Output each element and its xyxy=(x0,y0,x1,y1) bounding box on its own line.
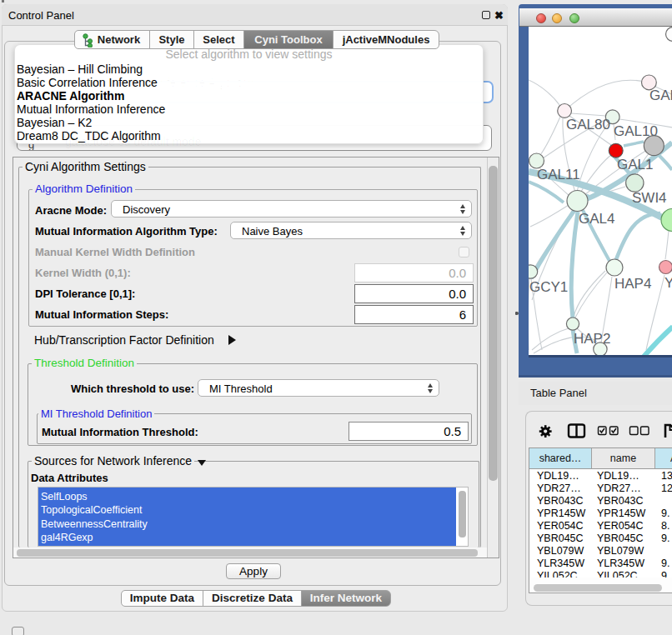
svg-text:SWI4: SWI4 xyxy=(632,190,667,206)
svg-text:HAP4: HAP4 xyxy=(614,276,651,292)
svg-text:GCY1: GCY1 xyxy=(529,279,568,295)
svg-text:HAP2: HAP2 xyxy=(574,331,610,347)
svg-text:GAL1: GAL1 xyxy=(617,157,653,172)
svg-text:GAL4: GAL4 xyxy=(579,211,614,227)
svg-text:GAL10: GAL10 xyxy=(614,123,658,139)
svg-text:GAL80: GAL80 xyxy=(566,117,610,132)
svg-text:GAL…: GAL… xyxy=(649,88,672,103)
svg-text:Y: Y xyxy=(664,275,672,291)
svg-text:GAL11: GAL11 xyxy=(537,167,580,182)
